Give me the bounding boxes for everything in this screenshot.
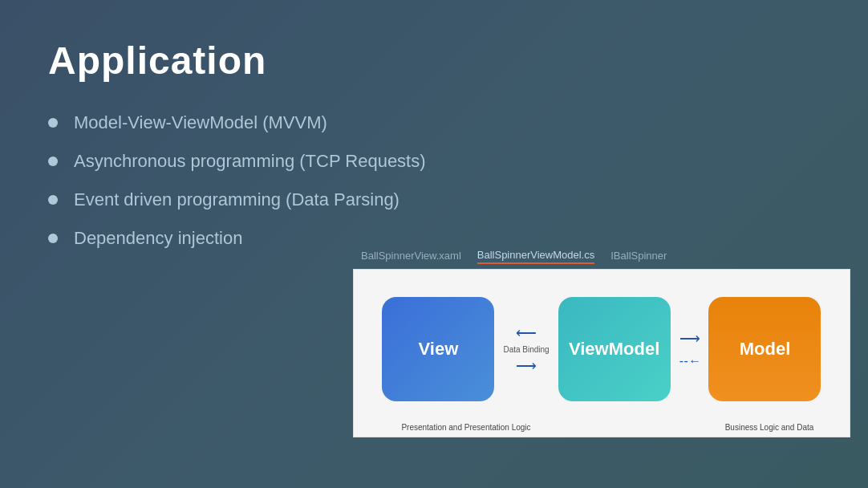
list-item: Model-View-ViewModel (MVVM) bbox=[48, 112, 426, 133]
arrow-left: ⟵ bbox=[516, 324, 537, 342]
viewmodel-model-arrows: ⟶ - - ← bbox=[679, 330, 700, 368]
model-label: Model bbox=[740, 339, 791, 360]
bullet-text: Dependency injection bbox=[74, 228, 242, 249]
viewmodel-box: ViewModel bbox=[558, 297, 671, 401]
bottom-label-left: Presentation and Presentation Logic bbox=[386, 423, 546, 432]
list-item: Dependency injection bbox=[48, 228, 426, 249]
bullet-text: Event driven programming (Data Parsing) bbox=[74, 189, 400, 210]
viewmodel-label: ViewModel bbox=[569, 339, 659, 360]
tab-iball[interactable]: IBallSpinner bbox=[610, 250, 667, 263]
model-box: Model bbox=[708, 297, 821, 401]
arrow-right: ⟶ bbox=[516, 357, 537, 375]
bullet-list: Model-View-ViewModel (MVVM) Asynchronous… bbox=[48, 112, 426, 266]
view-viewmodel-arrows: ⟵ Data Binding ⟶ bbox=[503, 324, 549, 375]
bullet-dot bbox=[48, 157, 58, 166]
view-box: View bbox=[382, 297, 494, 401]
bottom-labels: Presentation and Presentation Logic Busi… bbox=[354, 423, 850, 432]
slide-title: Application bbox=[48, 39, 266, 83]
slide: Application Model-View-ViewModel (MVVM) … bbox=[0, 0, 868, 488]
list-item: Asynchronous programming (TCP Requests) bbox=[48, 151, 426, 172]
bottom-label-right: Business Logic and Data bbox=[705, 423, 834, 432]
view-label: View bbox=[419, 339, 459, 360]
tab-viewmodel[interactable]: BallSpinnerViewModel.cs bbox=[477, 249, 594, 264]
diagram-area: BallSpinnerView.xaml BallSpinnerViewMode… bbox=[353, 249, 866, 458]
bullet-text: Model-View-ViewModel (MVVM) bbox=[74, 112, 327, 133]
arrow-solid-right: ⟶ bbox=[679, 330, 700, 348]
bullet-text: Asynchronous programming (TCP Requests) bbox=[74, 151, 426, 172]
arrow-dashed-left: - - ← bbox=[679, 354, 700, 368]
bullet-dot bbox=[48, 234, 58, 243]
file-tabs: BallSpinnerView.xaml BallSpinnerViewMode… bbox=[353, 249, 866, 264]
bullet-dot bbox=[48, 195, 58, 205]
tab-xaml[interactable]: BallSpinnerView.xaml bbox=[361, 250, 461, 263]
list-item: Event driven programming (Data Parsing) bbox=[48, 189, 426, 210]
mvvm-diagram: View ⟵ Data Binding ⟶ ViewModel ⟶ - - ← … bbox=[353, 269, 850, 437]
bullet-dot bbox=[48, 118, 58, 128]
data-binding-label: Data Binding bbox=[503, 345, 549, 354]
